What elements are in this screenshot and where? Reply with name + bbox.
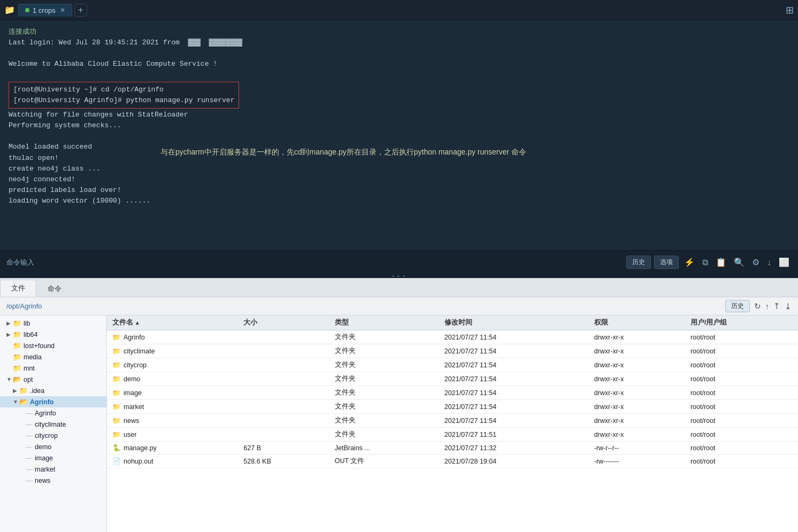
- cell-name: 📁market: [107, 400, 238, 414]
- cell-type: JetBrains ...: [329, 442, 439, 454]
- col-owner[interactable]: 用户/用户组: [685, 315, 798, 330]
- tab-grid-icon[interactable]: ⊞: [786, 4, 794, 16]
- tree-item-mnt[interactable]: ▶ 📁 mnt: [0, 363, 106, 374]
- col-name[interactable]: 文件名: [107, 315, 238, 330]
- tree-item-news[interactable]: ▶ — news: [0, 475, 106, 486]
- folder-icon: —: [26, 476, 33, 484]
- cell-type: 文件夹: [329, 372, 439, 386]
- tree-item-media[interactable]: ▶ 📁 media: [0, 351, 106, 363]
- cell-perm: drwxr-xr-x: [589, 330, 685, 344]
- folder-icon: 📁: [112, 375, 121, 383]
- tree-item-agrinfo[interactable]: ▼ 📂 Agrinfo: [0, 396, 106, 407]
- terminal-line: Welcome to Alibaba Cloud Elastic Compute…: [9, 59, 789, 70]
- table-row[interactable]: 📁market 文件夹 2021/07/27 11:54 drwxr-xr-x …: [107, 400, 798, 414]
- table-row[interactable]: 🐍manage.py 627 B JetBrains ... 2021/07/2…: [107, 442, 798, 454]
- cell-mtime: 2021/07/27 11:51: [439, 428, 589, 442]
- tree-item-market[interactable]: ▶ — market: [0, 464, 106, 475]
- cell-name: 📄nohup.out: [107, 454, 238, 468]
- cell-name: 📁Agrinfo: [107, 330, 238, 344]
- tree-item-demo[interactable]: ▶ — demo: [0, 441, 106, 452]
- tree-item-lib64[interactable]: ▶ 📁 lib64: [0, 329, 106, 340]
- cmd-block: [root@University ~]# cd /opt/Agrinfo [ro…: [9, 82, 239, 109]
- download-icon[interactable]: ↓: [765, 257, 773, 268]
- cell-owner: root/root: [685, 330, 798, 344]
- cmd-toolbar: 历史 选项 ⚡ ⧉ 📋 🔍 ⚙ ↓ ⬜: [626, 256, 792, 269]
- col-size[interactable]: 大小: [238, 315, 329, 330]
- file-table: 文件名 大小 类型 修改时间 权限 用户/用户组 📁Agrinfo 文件夹 20…: [107, 315, 798, 468]
- cell-mtime: 2021/07/27 11:54: [439, 330, 589, 344]
- col-type[interactable]: 类型: [329, 315, 439, 330]
- tree-item-opt[interactable]: ▼ 📂 opt: [0, 374, 106, 385]
- file-icon[interactable]: 📋: [713, 256, 728, 268]
- folder-icon: 📁: [112, 348, 121, 355]
- cell-name: 📁demo: [107, 372, 238, 386]
- table-row[interactable]: 📁image 文件夹 2021/07/27 11:54 drwxr-xr-x r…: [107, 386, 798, 400]
- cell-size: [238, 330, 329, 344]
- folder-icon: 📂: [19, 398, 28, 406]
- cmd-input-bar: 命令输入 历史 选项 ⚡ ⧉ 📋 🔍 ⚙ ↓ ⬜: [0, 250, 798, 274]
- resize-handle[interactable]: • • •: [0, 274, 798, 278]
- tab-add-button[interactable]: +: [74, 4, 87, 17]
- tree-item-lost[interactable]: ▶ 📁 lost+found: [0, 340, 106, 351]
- gear-icon[interactable]: ⚙: [750, 256, 762, 268]
- table-row[interactable]: 📁citycrop 文件夹 2021/07/27 11:54 drwxr-xr-…: [107, 358, 798, 372]
- cell-size: [238, 386, 329, 400]
- chevron-icon: ▼: [13, 399, 19, 405]
- cell-perm: drwxr-xr-x: [589, 386, 685, 400]
- folder-icon: 📁: [4, 5, 15, 15]
- table-row[interactable]: 📁news 文件夹 2021/07/27 11:54 drwxr-xr-x ro…: [107, 414, 798, 428]
- tree-item-agrinfo-sub[interactable]: ▶ — Agrinfo: [0, 407, 106, 419]
- cell-mtime: 2021/07/27 11:54: [439, 386, 589, 400]
- table-row[interactable]: 📁user 文件夹 2021/07/27 11:51 drwxr-xr-x ro…: [107, 428, 798, 442]
- up-icon[interactable]: ↑: [765, 302, 770, 311]
- tab-bar: 📁 1 crops ✕ + ⊞: [0, 0, 798, 20]
- cell-type: 文件夹: [329, 330, 439, 344]
- download-file-icon[interactable]: ⤓: [785, 302, 792, 311]
- window-icon[interactable]: ⬜: [777, 256, 792, 268]
- cell-mtime: 2021/07/27 11:54: [439, 344, 589, 358]
- chevron-icon: ▶: [13, 388, 19, 394]
- folder-icon: 📁: [13, 342, 21, 350]
- cell-size: [238, 372, 329, 386]
- table-row[interactable]: 📄nohup.out 528.6 KB OUT 文件 2021/07/28 19…: [107, 454, 798, 468]
- bolt-icon[interactable]: ⚡: [682, 256, 697, 268]
- terminal-line: neo4j connected!: [9, 174, 789, 185]
- folder-icon: 📁: [112, 361, 121, 369]
- chevron-icon: ▶: [6, 320, 13, 326]
- table-row[interactable]: 📁cityclimate 文件夹 2021/07/27 11:54 drwxr-…: [107, 344, 798, 358]
- tab-label: 1 crops: [33, 6, 56, 14]
- copy-icon[interactable]: ⧉: [700, 257, 710, 268]
- tab-cmd[interactable]: 命令: [36, 280, 73, 297]
- folder-icon: —: [26, 443, 33, 451]
- cell-name: 🐍manage.py: [107, 442, 238, 454]
- upload-icon[interactable]: ⤒: [773, 302, 780, 311]
- cell-mtime: 2021/07/28 19:04: [439, 454, 589, 468]
- tab-file[interactable]: 文件: [0, 280, 36, 297]
- terminal-line: Watching for file changes with StatReloa…: [9, 110, 789, 120]
- col-perm[interactable]: 权限: [589, 315, 685, 330]
- file-history-button[interactable]: 历史: [725, 300, 750, 312]
- annotation-text: 与在pycharm中开启服务器是一样的，先cd到manage.py所在目录，之后…: [160, 148, 526, 157]
- folder-icon: 📁: [112, 403, 121, 411]
- cell-perm: drwxr-xr-x: [589, 428, 685, 442]
- tab-item-crops[interactable]: 1 crops ✕: [18, 4, 72, 17]
- search-icon[interactable]: 🔍: [732, 256, 747, 268]
- tab-close-button[interactable]: ✕: [60, 6, 65, 14]
- table-row[interactable]: 📁Agrinfo 文件夹 2021/07/27 11:54 drwxr-xr-x…: [107, 330, 798, 344]
- options-button[interactable]: 选项: [654, 256, 679, 269]
- refresh-icon[interactable]: ↻: [754, 302, 761, 311]
- cmd-input-field[interactable]: [41, 258, 626, 266]
- tree-item-lib[interactable]: ▶ 📁 lib: [0, 318, 106, 329]
- tree-item-image[interactable]: ▶ — image: [0, 452, 106, 464]
- tree-item-citycrop[interactable]: ▶ — citycrop: [0, 430, 106, 441]
- col-mtime[interactable]: 修改时间: [439, 315, 589, 330]
- terminal-panel: 连接成功 Last login: Wed Jul 28 19:45:21 202…: [0, 20, 798, 250]
- history-button[interactable]: 历史: [626, 256, 651, 269]
- cell-name: 📁citycrop: [107, 358, 238, 372]
- file-list: 文件名 大小 类型 修改时间 权限 用户/用户组 📁Agrinfo 文件夹 20…: [107, 315, 798, 532]
- terminal-line: 连接成功: [9, 27, 789, 37]
- tree-item-idea[interactable]: ▶ 📁 .idea: [0, 385, 106, 396]
- tree-item-cityclimate[interactable]: ▶ — cityclimate: [0, 419, 106, 430]
- table-row[interactable]: 📁demo 文件夹 2021/07/27 11:54 drwxr-xr-x ro…: [107, 372, 798, 386]
- cell-owner: root/root: [685, 454, 798, 468]
